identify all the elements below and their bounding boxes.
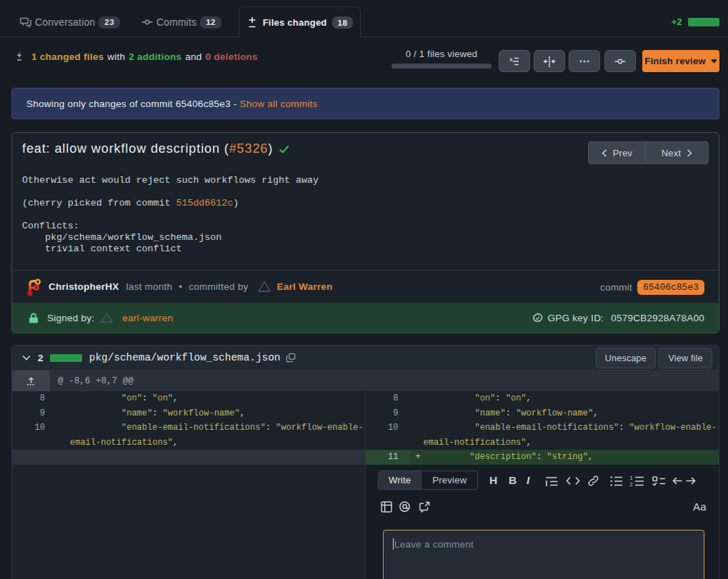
svg-text:2: 2 xyxy=(630,481,633,486)
svg-text:1: 1 xyxy=(630,476,633,481)
